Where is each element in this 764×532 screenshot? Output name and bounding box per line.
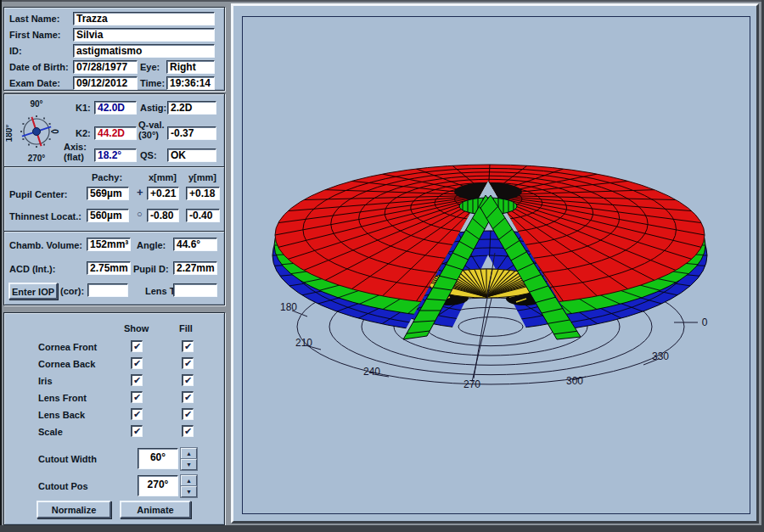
time-field[interactable]: 19:36:14 <box>166 76 215 90</box>
pachy-column-header: Pachy: <box>92 172 122 182</box>
angle-label-240: 240 <box>363 366 380 378</box>
lens-t-field[interactable] <box>173 283 217 297</box>
first-name-label: First Name: <box>9 30 61 40</box>
k1-field[interactable]: 42.0D <box>94 101 137 115</box>
check-icon: ✔ <box>184 341 192 351</box>
app-window: Last Name: Trazza First Name: Silvia ID:… <box>0 0 764 532</box>
checkbox-cornea-back-fill[interactable]: ✔ <box>182 357 194 369</box>
checkbox-scale-fill[interactable]: ✔ <box>182 425 194 437</box>
angle-label: Angle: <box>137 240 166 250</box>
last-name-field[interactable]: Trazza <box>73 12 215 25</box>
id-field[interactable]: astigmatismo <box>73 44 215 58</box>
normalize-button[interactable]: Normalize <box>37 501 111 518</box>
angle-label-300: 300 <box>566 375 583 387</box>
pachymetry-panel: Pachy: x[mm] y[mm] Pupil Center: 569µm +… <box>3 166 225 232</box>
cutout-pos-spin-up-icon[interactable]: ▲ <box>181 475 197 486</box>
check-icon: ✔ <box>184 358 192 368</box>
angle-label-210: 210 <box>295 337 312 349</box>
window-top-edge <box>0 0 764 2</box>
fill-column-header: Fill <box>179 323 193 333</box>
axis-sublabel: (flat) <box>64 152 84 162</box>
chamber-volume-field[interactable]: 152mm³ <box>87 238 131 251</box>
first-name-field[interactable]: Silvia <box>73 28 215 42</box>
thinnest-marker-icon: ○ <box>137 209 143 219</box>
pupil-center-y-field[interactable]: +0.18 <box>186 187 220 200</box>
cutout-pos-spin-down-icon[interactable]: ▼ <box>181 486 197 497</box>
cutout-pos-field[interactable]: 270° <box>138 475 178 496</box>
checkbox-cornea-front-show[interactable]: ✔ <box>131 340 143 352</box>
eye-label: Eye: <box>140 62 160 72</box>
check-icon: ✔ <box>184 392 192 402</box>
astig-field[interactable]: 2.2D <box>167 101 216 115</box>
angle-label-330: 330 <box>652 350 669 362</box>
cutout-width-spin-down-icon[interactable]: ▼ <box>181 459 197 470</box>
checkbox-lens-front-fill[interactable]: ✔ <box>182 391 194 403</box>
compass-center-dot <box>33 128 41 136</box>
check-icon: ✔ <box>184 426 192 436</box>
chamber-volume-label: Chamb. Volume: <box>9 240 82 250</box>
qval-sublabel: (30°) <box>138 130 159 140</box>
k1-label: K1: <box>76 103 91 113</box>
check-icon: ✔ <box>133 409 141 419</box>
layer-cornea-front-label: Cornea Front <box>38 342 97 352</box>
layer-lens-front-label: Lens Front <box>38 393 87 403</box>
thinnest-pachy-field[interactable]: 560µm <box>87 209 129 222</box>
layer-lens-back-label: Lens Back <box>38 410 85 420</box>
thinnest-x-field[interactable]: -0.80 <box>147 209 179 222</box>
enter-iop-button[interactable]: Enter IOP <box>8 283 58 300</box>
cor-label: (cor): <box>60 286 84 296</box>
checkbox-scale-show[interactable]: ✔ <box>131 425 143 437</box>
pupil-center-label: Pupil Center: <box>9 189 67 199</box>
animate-button[interactable]: Animate <box>120 501 191 518</box>
check-icon: ✔ <box>133 392 141 402</box>
angle-label-0: 0 <box>702 316 708 328</box>
cutout-pos-label: Cutout Pos <box>38 481 88 491</box>
y-column-header: y[mm] <box>188 172 216 182</box>
checkbox-lens-front-show[interactable]: ✔ <box>131 391 143 403</box>
checkbox-iris-show[interactable]: ✔ <box>131 374 143 386</box>
qval-field[interactable]: -0.37 <box>167 126 216 140</box>
pupil-center-marker-icon: + <box>137 186 143 199</box>
angle-field[interactable]: 44.6° <box>173 238 217 251</box>
k2-field[interactable]: 44.2D <box>94 126 137 140</box>
dob-field[interactable]: 07/28/1977 <box>73 60 138 74</box>
astig-label: Astig: <box>140 103 166 113</box>
checkbox-lens-back-show[interactable]: ✔ <box>131 408 143 420</box>
anterior-segment-3d-view[interactable]: 180210240270300330030 <box>229 0 764 532</box>
layer-iris-label: Iris <box>38 376 53 386</box>
time-label: Time: <box>140 78 165 88</box>
acd-field[interactable]: 2.75mm <box>87 261 131 275</box>
axis-label: Axis: <box>64 142 87 152</box>
checkbox-lens-back-fill[interactable]: ✔ <box>182 408 194 420</box>
eye-field[interactable]: Right <box>166 60 215 74</box>
check-icon: ✔ <box>133 375 141 385</box>
checkbox-cornea-back-show[interactable]: ✔ <box>131 357 143 369</box>
checkbox-cornea-front-fill[interactable]: ✔ <box>182 340 194 352</box>
cutout-width-label: Cutout Width <box>38 454 97 464</box>
thinnest-y-field[interactable]: -0.40 <box>186 209 220 222</box>
k2-label: K2: <box>76 128 91 138</box>
id-label: ID: <box>9 46 22 56</box>
pupil-d-field[interactable]: 2.27mm <box>173 261 217 275</box>
pupil-center-x-field[interactable]: +0.21 <box>147 187 179 200</box>
pupil-center-pachy-field[interactable]: 569µm <box>87 187 129 200</box>
axis-field[interactable]: 18.2° <box>94 148 137 162</box>
display-options-panel: Show Fill Cornea Front ✔ ✔ Cornea Back ✔… <box>3 312 225 525</box>
cor-field[interactable] <box>87 283 128 297</box>
qval-label: Q-val. <box>138 120 165 130</box>
window-bottom-edge <box>0 525 764 532</box>
qs-field[interactable]: OK <box>167 148 216 162</box>
last-name-label: Last Name: <box>9 14 59 24</box>
exam-date-field[interactable]: 09/12/2012 <box>73 76 138 90</box>
checkbox-iris-fill[interactable]: ✔ <box>182 374 194 386</box>
patient-info-panel: Last Name: Trazza First Name: Silvia ID:… <box>3 7 225 91</box>
layer-scale-label: Scale <box>38 427 63 437</box>
thinnest-label: Thinnest Locat.: <box>9 211 81 221</box>
show-column-header: Show <box>124 323 149 333</box>
compass-180-label: 180° <box>6 125 14 143</box>
x-column-header: x[mm] <box>149 172 177 182</box>
cutout-width-field[interactable]: 60° <box>138 448 178 469</box>
chamber-panel: Chamb. Volume: 152mm³ Angle: 44.6° ACD (… <box>3 231 225 305</box>
cutout-width-spin-up-icon[interactable]: ▲ <box>181 448 197 459</box>
check-icon: ✔ <box>184 409 192 419</box>
